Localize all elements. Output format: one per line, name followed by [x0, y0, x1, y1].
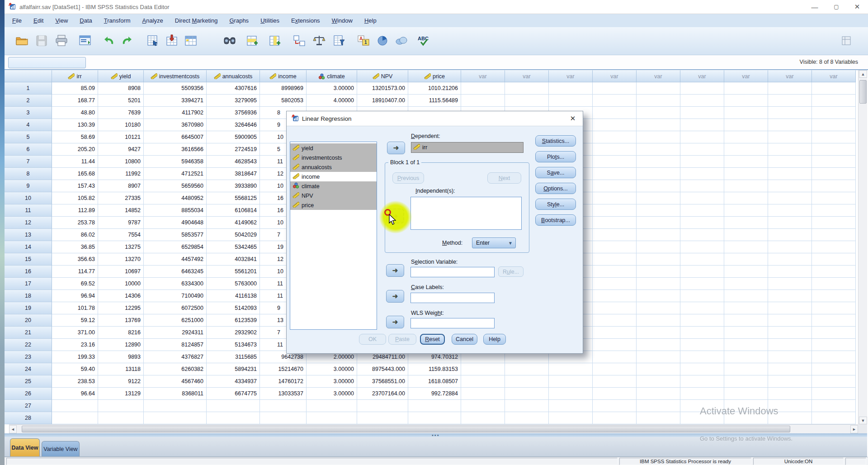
data-cell-var[interactable] — [637, 192, 680, 204]
data-cell-var[interactable] — [724, 119, 768, 131]
data-cell-var[interactable] — [768, 290, 812, 302]
data-cell-investmentcosts[interactable]: 3616566 — [144, 143, 207, 156]
menu-transform[interactable]: Transform — [98, 14, 137, 27]
data-cell-irr[interactable]: 23.16 — [52, 339, 98, 351]
data-cell-var[interactable] — [461, 95, 505, 107]
data-cell-investmentcosts[interactable]: 4376827 — [144, 351, 207, 363]
data-cell-var[interactable] — [637, 241, 680, 253]
data-cell-yield[interactable]: 7639 — [98, 107, 144, 119]
data-cell-var[interactable] — [549, 412, 593, 424]
data-cell-yield[interactable]: 27335 — [98, 192, 144, 204]
variable-item-price[interactable]: price — [290, 200, 377, 210]
data-cell-investmentcosts[interactable]: 6529854 — [144, 241, 207, 253]
data-cell-var[interactable] — [637, 375, 680, 388]
row-number-cell[interactable]: 24 — [5, 363, 52, 375]
data-cell-var[interactable] — [593, 302, 637, 314]
data-cell-yield[interactable]: 12890 — [98, 339, 144, 351]
data-cell-var[interactable] — [680, 229, 724, 241]
data-cell-var[interactable] — [680, 400, 724, 412]
data-cell-var[interactable] — [637, 204, 680, 217]
method-dropdown[interactable]: Enter ▼ — [472, 237, 516, 248]
data-cell-var[interactable] — [593, 192, 637, 204]
data-cell-var[interactable] — [637, 314, 680, 327]
data-cell-investmentcosts[interactable]: 4567460 — [144, 375, 207, 388]
row-number-cell[interactable]: 25 — [5, 375, 52, 388]
data-cell-var[interactable] — [812, 314, 856, 327]
data-cell-investmentcosts[interactable]: 4712521 — [144, 168, 207, 180]
row-number-cell[interactable]: 8 — [5, 168, 52, 180]
dependent-transfer-button[interactable]: ➜ — [387, 142, 405, 154]
data-cell-var[interactable] — [680, 290, 724, 302]
data-cell-var[interactable] — [724, 180, 768, 192]
data-cell-var[interactable] — [680, 363, 724, 375]
data-cell-var[interactable] — [461, 388, 505, 400]
data-cell-var[interactable] — [680, 168, 724, 180]
data-cell-var[interactable] — [768, 278, 812, 290]
menu-analyze[interactable]: Analyze — [137, 14, 169, 27]
data-cell-annualcosts[interactable]: 2932902 — [207, 327, 260, 339]
goto-case-icon[interactable] — [144, 32, 162, 50]
data-cell-var[interactable] — [724, 314, 768, 327]
data-cell-yield[interactable]: 5201 — [98, 95, 144, 107]
menu-view[interactable]: View — [49, 14, 74, 27]
row-number-cell[interactable]: 14 — [5, 241, 52, 253]
data-cell-var[interactable] — [637, 266, 680, 278]
data-cell-var[interactable] — [768, 168, 812, 180]
row-number-cell[interactable]: 13 — [5, 229, 52, 241]
goto-variable-icon[interactable] — [163, 32, 181, 50]
data-cell-var[interactable] — [724, 339, 768, 351]
data-cell-irr[interactable] — [52, 412, 98, 424]
data-cell-var[interactable] — [768, 351, 812, 363]
row-number-cell[interactable]: 26 — [5, 388, 52, 400]
data-cell-var[interactable] — [505, 388, 549, 400]
data-cell-yield[interactable]: 11992 — [98, 168, 144, 180]
data-cell-var[interactable] — [812, 339, 856, 351]
data-cell-annualcosts[interactable]: 4334937 — [207, 375, 260, 388]
data-cell-var[interactable] — [593, 229, 637, 241]
save-button[interactable]: Save... — [535, 167, 576, 178]
data-cell-var[interactable] — [812, 131, 856, 143]
row-number-cell[interactable]: 6 — [5, 143, 52, 156]
data-cell-climate[interactable]: 3.00000 — [307, 82, 357, 95]
previous-button[interactable]: Previous — [392, 172, 424, 184]
data-cell-var[interactable] — [812, 388, 856, 400]
data-cell-var[interactable] — [505, 95, 549, 107]
data-cell-var[interactable] — [768, 156, 812, 168]
data-cell-var[interactable] — [637, 412, 680, 424]
data-cell-var[interactable] — [680, 131, 724, 143]
row-number-cell[interactable]: 10 — [5, 192, 52, 204]
data-cell-var[interactable] — [768, 107, 812, 119]
data-cell-climate[interactable] — [307, 412, 357, 424]
style-button[interactable]: Style... — [535, 199, 576, 210]
insert-cases-icon[interactable] — [243, 32, 261, 50]
data-cell-income[interactable]: 8998969 — [260, 82, 307, 95]
data-cell-annualcosts[interactable] — [207, 400, 260, 412]
data-cell-var[interactable] — [461, 400, 505, 412]
data-cell-var[interactable] — [593, 119, 637, 131]
data-cell-NPV[interactable]: 18910407.00 — [357, 95, 408, 107]
data-cell-var[interactable] — [724, 82, 768, 95]
data-cell-var[interactable] — [505, 400, 549, 412]
data-cell-income[interactable]: 15214670 — [260, 363, 307, 375]
horizontal-scrollbar[interactable]: ◄ ► — [9, 424, 858, 433]
column-header-var[interactable]: var — [593, 70, 637, 82]
column-header-annualcosts[interactable]: annualcosts — [207, 70, 260, 82]
data-cell-var[interactable] — [549, 375, 593, 388]
paste-button[interactable]: Paste — [388, 334, 416, 345]
data-cell-var[interactable] — [724, 290, 768, 302]
menu-extensions[interactable]: Extensions — [285, 14, 326, 27]
custom-toolbar-icon[interactable] — [837, 32, 855, 50]
show-all-variables-icon[interactable] — [392, 32, 410, 50]
data-cell-var[interactable] — [812, 217, 856, 229]
data-cell-investmentcosts[interactable]: 4904648 — [144, 217, 207, 229]
menu-help[interactable]: Help — [359, 14, 382, 27]
data-cell-var[interactable] — [680, 388, 724, 400]
next-button[interactable]: Next — [487, 172, 521, 184]
data-cell-var[interactable] — [812, 95, 856, 107]
data-cell-var[interactable] — [637, 156, 680, 168]
row-number-cell[interactable]: 20 — [5, 314, 52, 327]
data-cell-var[interactable] — [637, 253, 680, 266]
data-cell-yield[interactable]: 13270 — [98, 253, 144, 266]
data-cell-irr[interactable]: 36.85 — [52, 241, 98, 253]
data-cell-var[interactable] — [812, 400, 856, 412]
